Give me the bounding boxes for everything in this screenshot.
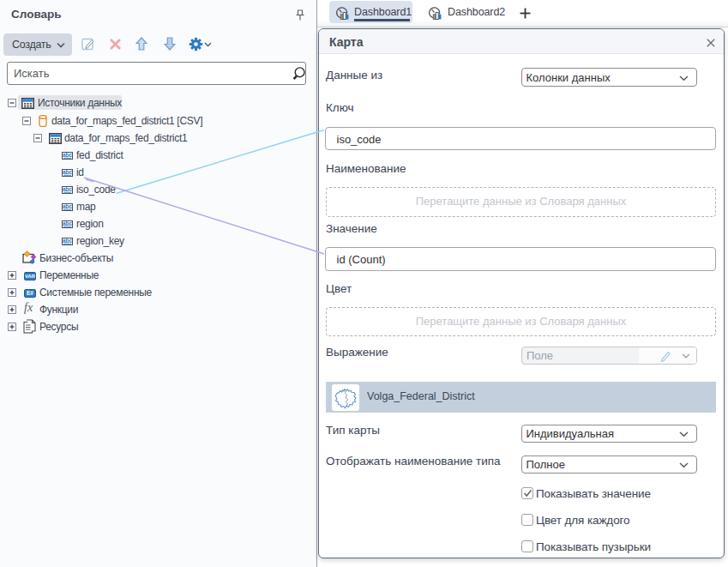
svg-text:abc: abc	[63, 186, 73, 192]
svg-text:abc: abc	[63, 203, 73, 209]
svg-text:VAR: VAR	[25, 274, 36, 279]
svg-text:E#: E#	[27, 290, 33, 296]
svg-text:abc: abc	[63, 152, 73, 158]
svg-text:abc: abc	[63, 238, 73, 244]
svg-text:abc: abc	[63, 220, 73, 226]
svg-text:abc: abc	[63, 169, 73, 175]
